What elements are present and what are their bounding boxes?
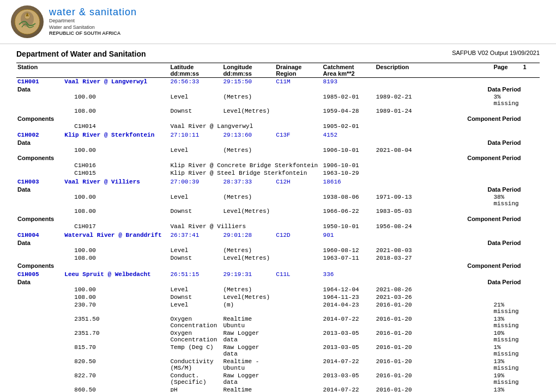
dr-end: 2018-03-27 <box>375 254 493 262</box>
dr-spacer <box>16 247 63 254</box>
data-detail-row: 100.00 Level (Metres) 1938-08-06 1971-09… <box>16 193 540 207</box>
station-id: C1H001 <box>16 78 63 86</box>
comp-period-pad <box>522 154 540 162</box>
data-period-pad <box>522 85 540 93</box>
dr-qualifier <box>275 247 322 254</box>
comp-pad1 <box>492 223 522 230</box>
dr-spacer <box>16 193 63 207</box>
dr-missing <box>492 146 522 154</box>
dr-code: 100.00 <box>63 146 169 154</box>
dr-code: 230.70 <box>63 301 169 315</box>
data-label-row: Data Data Period <box>16 239 540 247</box>
dr-pad <box>522 254 540 262</box>
comp-id: C1H015 <box>63 169 169 177</box>
dr-code: 108.00 <box>63 254 169 262</box>
station-lon: 29:19:31 <box>222 271 275 278</box>
comp-pad2 <box>522 122 540 130</box>
dr-qualifier <box>275 372 322 386</box>
station-desc <box>375 271 493 278</box>
comp-spacer <box>63 115 322 122</box>
dr-pad <box>522 93 540 107</box>
dr-qualifier <box>275 315 322 329</box>
dr-missing: 19% missing <box>492 372 522 386</box>
comp-spacer2 <box>16 122 63 130</box>
station-drainage: C12H <box>275 178 322 186</box>
data-table: Station Latitudedd:mm:ss Longitudedd:mm:… <box>16 63 540 392</box>
dr-missing: 1% missing <box>492 344 522 358</box>
components-label: Components <box>16 262 63 270</box>
dr-pad <box>522 193 540 207</box>
data-detail-row: 815.70 Temp (Deg C) Raw Logger data 2013… <box>16 344 540 358</box>
dr-unit: (m) <box>222 301 275 315</box>
station-pagenum <box>522 231 540 239</box>
data-label: Data <box>16 85 63 93</box>
dr-unit: (Metres) <box>222 193 275 207</box>
dr-end: 2016-01-20 <box>375 329 493 344</box>
station-page <box>492 231 522 239</box>
dr-spacer <box>16 146 63 154</box>
dr-code: 815.70 <box>63 344 169 358</box>
dr-type: Temp (Deg C) <box>169 344 222 358</box>
dr-type: Conduct. (Specific) <box>169 372 222 386</box>
logo-title: water & sanitation <box>49 7 137 18</box>
data-detail-row: 822.70 Conduct. (Specific) Raw Logger da… <box>16 372 540 386</box>
components-label-row: Components Component Period <box>16 154 540 162</box>
data-spacer <box>63 85 322 93</box>
dr-start: 1960-08-12 <box>322 247 375 254</box>
comp-pad1 <box>492 169 522 177</box>
comp-pad1 <box>492 162 522 169</box>
comp-desc: Vaal River @ Langverwyl <box>169 122 322 130</box>
dr-start: 1964-12-04 <box>322 286 375 293</box>
comp-spacer <box>63 215 322 223</box>
station-desc <box>375 231 493 239</box>
col-drainage: DrainageRegion <box>275 63 322 78</box>
dept-title: Department of Water and Sanitation <box>16 50 146 58</box>
station-lat: 26:51:15 <box>169 271 222 278</box>
station-id: C1H005 <box>16 271 63 278</box>
dr-end: 2021-08-03 <box>375 247 493 254</box>
dr-end: 2016-01-20 <box>375 372 493 386</box>
data-detail-row: 2351.50 Oxygen Concentration Realtime Ub… <box>16 315 540 329</box>
data-label: Data <box>16 239 63 247</box>
station-catchment: 18616 <box>322 178 375 186</box>
dr-pad <box>522 344 540 358</box>
data-spacer <box>63 239 322 247</box>
comp-period-pad <box>522 115 540 122</box>
station-id: C1H002 <box>16 131 63 139</box>
dr-missing: 38% missing <box>492 193 522 207</box>
data-spacer <box>63 186 322 193</box>
dr-code: 822.70 <box>63 372 169 386</box>
dr-end: 2016-01-20 <box>375 301 493 315</box>
dr-qualifier <box>275 254 322 262</box>
station-desc <box>375 178 493 186</box>
col-lon: Longitudedd:mm:ss <box>222 63 275 78</box>
dr-qualifier <box>275 107 322 115</box>
station-drainage: C11M <box>275 78 322 86</box>
dr-spacer <box>16 329 63 344</box>
report-info: SAFPUB V02 Output 19/09/2021 <box>452 50 540 56</box>
dr-unit: Raw Logger data <box>222 372 275 386</box>
dr-code: 108.00 <box>63 107 169 115</box>
dr-start: 2014-04-23 <box>322 301 375 315</box>
comp-start: 1905-02-01 <box>322 122 375 130</box>
comp-spacer <box>63 154 322 162</box>
dr-pad <box>522 286 540 293</box>
page-header: Department of Water and Sanitation SAFPU… <box>16 50 540 58</box>
dr-qualifier <box>275 301 322 315</box>
station-id: C1H004 <box>16 231 63 239</box>
dr-missing: 3% missing <box>492 93 522 107</box>
data-period-header: Data Period <box>322 239 522 247</box>
comp-spacer2 <box>16 162 63 169</box>
comp-id: C1H017 <box>63 223 169 230</box>
dr-type: Conductivity (MS/M) <box>169 358 222 372</box>
dr-missing: 21% missing <box>492 301 522 315</box>
main-content: Department of Water and Sanitation SAFPU… <box>0 44 556 392</box>
dr-type: Level <box>169 247 222 254</box>
logo-text: water & sanitation Department Water and … <box>49 7 137 37</box>
dr-code: 100.00 <box>63 286 169 293</box>
dr-code: 2351.50 <box>63 315 169 329</box>
dr-end: 1971-09-13 <box>375 193 493 207</box>
dr-unit: (Metres) <box>222 146 275 154</box>
station-catchment: 8193 <box>322 78 375 86</box>
component-row: C1H015 Klip River @ Steel Bridge Sterkfo… <box>16 169 540 177</box>
